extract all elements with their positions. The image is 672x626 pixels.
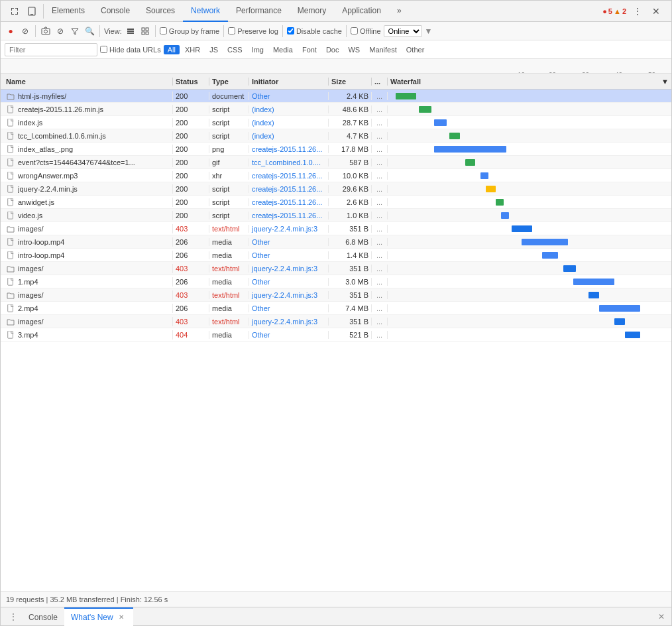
- table-row[interactable]: jquery-2.2.4.min.js 200 script createjs-…: [1, 182, 671, 196]
- cell-size: 351 B: [329, 318, 372, 326]
- record-button[interactable]: ●: [5, 25, 17, 37]
- col-header-name[interactable]: Name: [1, 78, 173, 86]
- filter-tag-font[interactable]: Font: [298, 45, 321, 54]
- col-header-waterfall[interactable]: Waterfall ▼: [388, 78, 671, 86]
- cell-type: media: [209, 251, 249, 259]
- cell-name: wrongAnswer.mp3: [1, 171, 173, 180]
- filter-tag-doc[interactable]: Doc: [322, 45, 343, 54]
- hide-data-urls-checkbox[interactable]: [100, 46, 107, 53]
- table-row[interactable]: intro-loop.mp4 206 media Other 6.8 MB ..…: [1, 235, 671, 249]
- cell-name: index.js: [1, 118, 173, 127]
- bottom-dots-button[interactable]: ⋮: [5, 611, 22, 622]
- inspect-button[interactable]: [7, 4, 22, 19]
- hide-data-urls-group: Hide data URLs: [100, 46, 161, 54]
- cell-type: text/html: [209, 265, 249, 273]
- table-row[interactable]: images/ 403 text/html jquery-2.2.4.min.j…: [1, 315, 671, 328]
- tab-more[interactable]: »: [389, 1, 410, 22]
- table-row[interactable]: images/ 403 text/html jquery-2.2.4.min.j…: [1, 262, 671, 275]
- filter-tag-manifest[interactable]: Manifest: [365, 45, 401, 54]
- throttle-select[interactable]: Online: [384, 25, 422, 37]
- svg-rect-15: [8, 158, 13, 166]
- table-row[interactable]: createjs-2015.11.26.min.js 200 script (i…: [1, 103, 671, 116]
- filter-tag-other[interactable]: Other: [402, 45, 429, 54]
- filter-button[interactable]: [69, 25, 81, 37]
- close-bottom-panel-button[interactable]: ✕: [655, 611, 667, 623]
- table-row[interactable]: wrongAnswer.mp3 200 xhr createjs-2015.11…: [1, 169, 671, 182]
- tab-console[interactable]: Console: [93, 1, 138, 22]
- stop-button[interactable]: ⊘: [19, 25, 31, 37]
- cell-size: 48.6 KB: [329, 105, 372, 113]
- col-header-size[interactable]: Size: [329, 78, 372, 86]
- table-row[interactable]: html-js-myfiles/ 200 document Other 2.4 …: [1, 90, 671, 103]
- col-header-status[interactable]: Status: [173, 78, 209, 86]
- table-row[interactable]: 3.mp4 404 media Other 521 B ...: [1, 328, 671, 342]
- device-button[interactable]: [25, 4, 39, 19]
- more-options-button[interactable]: ⋮: [630, 4, 645, 19]
- svg-rect-13: [8, 132, 13, 139]
- view-label: View:: [104, 27, 122, 35]
- table-row[interactable]: images/ 403 text/html jquery-2.2.4.min.j…: [1, 222, 671, 235]
- table-body: html-js-myfiles/ 200 document Other 2.4 …: [1, 90, 671, 591]
- camera-button[interactable]: [40, 25, 52, 37]
- table-row[interactable]: images/ 403 text/html jquery-2.2.4.min.j…: [1, 288, 671, 302]
- cell-initiator: (index): [249, 132, 329, 140]
- group-by-frame-checkbox[interactable]: [160, 27, 167, 34]
- tab-performance[interactable]: Performance: [228, 1, 290, 22]
- table-row[interactable]: intro-loop.mp4 206 media Other 1.4 KB ..…: [1, 249, 671, 262]
- table-row[interactable]: anwidget.js 200 script createjs-2015.11.…: [1, 196, 671, 209]
- bottom-tab-whats-new[interactable]: What's New ✕: [64, 607, 133, 626]
- filename: anwidget.js: [18, 198, 54, 206]
- filter-tag-css[interactable]: CSS: [223, 45, 247, 54]
- tab-application[interactable]: Application: [334, 1, 389, 22]
- table-row[interactable]: tcc_l.combined.1.0.6.min.js 200 script (…: [1, 129, 671, 143]
- cell-name: 1.mp4: [1, 277, 173, 286]
- file-icon: [6, 171, 15, 180]
- col-header-type[interactable]: Type: [209, 78, 249, 86]
- filter-tag-img[interactable]: Img: [248, 45, 268, 54]
- tab-elements[interactable]: Elements: [44, 1, 93, 22]
- offline-checkbox[interactable]: [351, 27, 358, 34]
- cell-name: jquery-2.2.4.min.js: [1, 184, 173, 194]
- table-row[interactable]: video.js 200 script createjs-2015.11.26.…: [1, 209, 671, 222]
- cell-more: ...: [372, 172, 388, 180]
- table-row[interactable]: index.js 200 script (index) 28.7 KB ...: [1, 116, 671, 129]
- cell-size: 7.4 MB: [329, 304, 372, 312]
- filter-tag-all[interactable]: All: [164, 45, 180, 54]
- filter-tag-media[interactable]: Media: [269, 45, 297, 54]
- table-row[interactable]: 1.mp4 206 media Other 3.0 MB ...: [1, 275, 671, 288]
- table-row[interactable]: index_atlas_.png 200 png createjs-2015.1…: [1, 143, 671, 156]
- filter-tag-ws[interactable]: WS: [344, 45, 364, 54]
- cell-type: document: [209, 92, 249, 100]
- tab-memory[interactable]: Memory: [290, 1, 334, 22]
- col-header-more[interactable]: ...: [372, 78, 388, 86]
- disable-cache-checkbox[interactable]: [287, 27, 294, 34]
- clear-button[interactable]: ⊘: [54, 25, 66, 37]
- cell-waterfall: [388, 182, 671, 196]
- svg-rect-6: [127, 32, 134, 34]
- bottom-tab-close-button[interactable]: ✕: [116, 612, 127, 623]
- svg-rect-14: [8, 145, 13, 153]
- view-grid-button[interactable]: [139, 25, 151, 37]
- view-list-button[interactable]: [125, 25, 137, 37]
- preserve-log-checkbox[interactable]: [228, 27, 235, 34]
- bottom-tab-console[interactable]: Console: [22, 607, 64, 626]
- table-row[interactable]: event?cts=1544643476744&tce=1... 200 gif…: [1, 156, 671, 169]
- tab-sources[interactable]: Sources: [138, 1, 183, 22]
- close-devtools-button[interactable]: ✕: [649, 4, 663, 19]
- cell-initiator: createjs-2015.11.26...: [249, 198, 329, 206]
- cell-initiator: createjs-2015.11.26...: [249, 185, 329, 193]
- table-row[interactable]: 2.mp4 206 media Other 7.4 MB ...: [1, 302, 671, 315]
- filter-tag-js[interactable]: JS: [205, 45, 222, 54]
- tab-network[interactable]: Network: [183, 1, 228, 22]
- cell-type: xhr: [209, 172, 249, 180]
- cell-size: 10.0 KB: [329, 172, 372, 180]
- filter-tag-xhr[interactable]: XHR: [181, 45, 204, 54]
- search-button[interactable]: 🔍: [84, 25, 95, 37]
- bottom-tabbar: ⋮ Console What's New ✕ ✕: [1, 607, 671, 625]
- svg-rect-2: [42, 29, 50, 34]
- throttle-dropdown-arrow[interactable]: ▼: [425, 27, 433, 36]
- filename: html-js-myfiles/: [18, 92, 66, 100]
- filename: intro-loop.mp4: [18, 238, 64, 246]
- filter-input[interactable]: [5, 43, 97, 56]
- col-header-initiator[interactable]: Initiator: [249, 78, 329, 86]
